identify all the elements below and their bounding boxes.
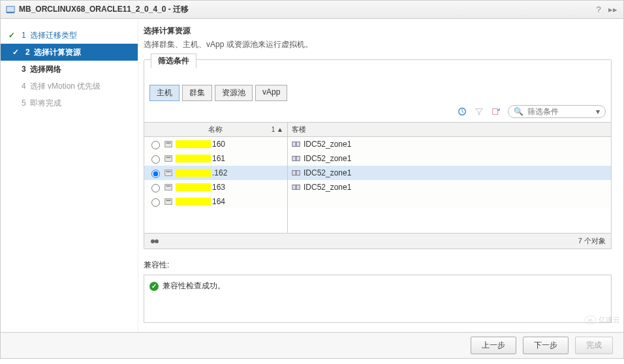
host-icon — [164, 154, 173, 163]
tab-clusters[interactable]: 群集 — [182, 85, 212, 101]
step-migration-type[interactable]: ✓ 1 选择迁移类型 — [1, 27, 138, 44]
next-button[interactable]: 下一步 — [523, 337, 569, 354]
svg-rect-1 — [7, 12, 14, 13]
search-box[interactable]: 🔍 ▾ — [508, 105, 606, 118]
column-header-cluster[interactable]: 客楼 — [288, 123, 611, 137]
step-compute-resource[interactable]: ✓ 2 选择计算资源 — [1, 44, 138, 61]
cluster-name: IDC52_zone1 — [304, 154, 351, 163]
resource-type-tabs: 主机 群集 资源池 vApp — [144, 80, 611, 101]
search-dropdown-icon[interactable]: ▾ — [596, 107, 600, 116]
migration-dialog: MB_ORCLINUX68_ORACLE11_2_0_4_0 - 迁移 ? ▸▸… — [0, 0, 624, 359]
table-row[interactable]: 161 — [144, 151, 287, 166]
titlebar: MB_ORCLINUX68_ORACLE11_2_0_4_0 - 迁移 ? ▸▸ — [1, 1, 623, 19]
table-row[interactable]: IDC52_zone1 — [288, 166, 611, 180]
svg-rect-4 — [165, 142, 172, 147]
row-radio[interactable] — [151, 184, 160, 192]
table-row[interactable]: IDC52_zone1 — [288, 137, 611, 151]
svg-rect-17 — [296, 157, 300, 161]
step-label: 选择迁移类型 — [30, 30, 77, 41]
svg-rect-20 — [292, 185, 296, 190]
finish-button: 完成 — [575, 337, 613, 354]
compatibility-message: 兼容性检查成功。 — [163, 281, 225, 292]
vm-icon — [6, 5, 15, 14]
redacted-highlight — [176, 183, 211, 191]
tab-resource-pools[interactable]: 资源池 — [215, 85, 253, 101]
wizard-sidebar: ✓ 1 选择迁移类型 ✓ 2 选择计算资源 3 选择网络 4 选择 vMotio… — [1, 19, 138, 332]
host-suffix: 161 — [212, 154, 225, 163]
host-suffix: 163 — [212, 183, 225, 192]
table-row[interactable] — [288, 194, 611, 209]
row-radio[interactable] — [151, 198, 160, 207]
svg-rect-14 — [292, 142, 296, 147]
cluster-name: IDC52_zone1 — [304, 183, 351, 192]
host-icon — [164, 140, 173, 149]
compatibility-label: 兼容性: — [144, 260, 612, 271]
svg-rect-7 — [166, 157, 171, 158]
step-label: 选择 vMotion 优先级 — [30, 81, 101, 92]
find-icon[interactable] — [149, 236, 160, 247]
search-icon: 🔍 — [514, 107, 523, 116]
clock-icon[interactable] — [457, 106, 467, 117]
table-row[interactable]: 160 — [144, 137, 287, 151]
help-icon[interactable]: ? — [593, 5, 604, 15]
cluster-icon — [292, 140, 301, 149]
redacted-highlight — [176, 140, 211, 148]
back-button[interactable]: 上一步 — [471, 337, 516, 354]
watermark-logo-icon: ∞ — [585, 316, 596, 324]
step-label: 选择网络 — [30, 64, 61, 75]
table-row[interactable]: IDC52_zone1 — [288, 180, 611, 194]
row-radio[interactable] — [151, 170, 160, 178]
redacted-highlight — [176, 198, 211, 205]
host-icon — [164, 197, 173, 206]
check-icon: ✓ — [12, 48, 22, 57]
svg-rect-12 — [165, 199, 172, 205]
svg-rect-21 — [296, 185, 300, 190]
panel-title: 选择计算资源 — [144, 25, 612, 37]
grid-footer: 7 个对象 — [144, 233, 611, 249]
svg-rect-11 — [166, 185, 171, 187]
main-panel: 选择计算资源 选择群集、主机、vApp 或资源池来运行虚拟机。 筛选条件 主机 … — [138, 19, 623, 332]
host-suffix: 160 — [212, 140, 225, 149]
panel-subtitle: 选择群集、主机、vApp 或资源池来运行虚拟机。 — [144, 39, 612, 50]
dialog-footer: 上一步 下一步 完成 — [1, 332, 623, 358]
svg-rect-19 — [296, 171, 300, 175]
svg-rect-13 — [166, 200, 171, 201]
svg-rect-9 — [166, 171, 171, 172]
svg-rect-8 — [165, 170, 172, 176]
row-radio[interactable] — [151, 155, 160, 164]
redacted-highlight — [176, 155, 211, 162]
svg-rect-15 — [296, 142, 300, 147]
host-suffix: .162 — [212, 168, 227, 177]
filter-clear-icon[interactable] — [474, 106, 484, 117]
object-count: 7 个对象 — [578, 236, 606, 246]
search-input[interactable] — [526, 106, 591, 117]
svg-rect-3 — [493, 109, 498, 115]
expand-icon[interactable]: ▸▸ — [608, 5, 618, 15]
table-row[interactable]: 163 — [144, 180, 287, 194]
success-icon: ✓ — [149, 282, 159, 291]
svg-rect-18 — [292, 171, 296, 175]
cluster-icon — [292, 168, 301, 177]
host-icon — [164, 168, 173, 177]
check-icon: ✓ — [8, 31, 18, 40]
redacted-highlight — [176, 169, 211, 177]
cluster-name: IDC52_zone1 — [304, 168, 351, 177]
step-select-network[interactable]: 3 选择网络 — [1, 61, 138, 78]
filter-tab[interactable]: 筛选条件 — [151, 53, 196, 68]
table-row[interactable]: .162 — [144, 166, 287, 180]
host-icon — [164, 183, 173, 192]
svg-rect-5 — [166, 142, 171, 144]
row-radio[interactable] — [151, 141, 160, 149]
tab-vapp[interactable]: vApp — [255, 85, 287, 101]
column-header-name[interactable]: 名称 1 ▲ — [144, 123, 287, 137]
table-row[interactable]: 164 — [144, 194, 287, 209]
cluster-name: IDC52_zone1 — [304, 140, 351, 149]
table-row[interactable]: IDC52_zone1 — [288, 151, 611, 166]
host-suffix: 164 — [212, 197, 225, 206]
export-icon[interactable] — [491, 106, 501, 117]
step-vmotion-priority: 4 选择 vMotion 优先级 — [1, 78, 138, 95]
tab-hosts[interactable]: 主机 — [149, 85, 179, 101]
svg-rect-10 — [165, 185, 172, 190]
host-grid: 名称 1 ▲ 160161.162163164 客楼 IDC52_zone1ID… — [144, 122, 611, 233]
grid-toolbar: 🔍 ▾ — [144, 101, 611, 122]
